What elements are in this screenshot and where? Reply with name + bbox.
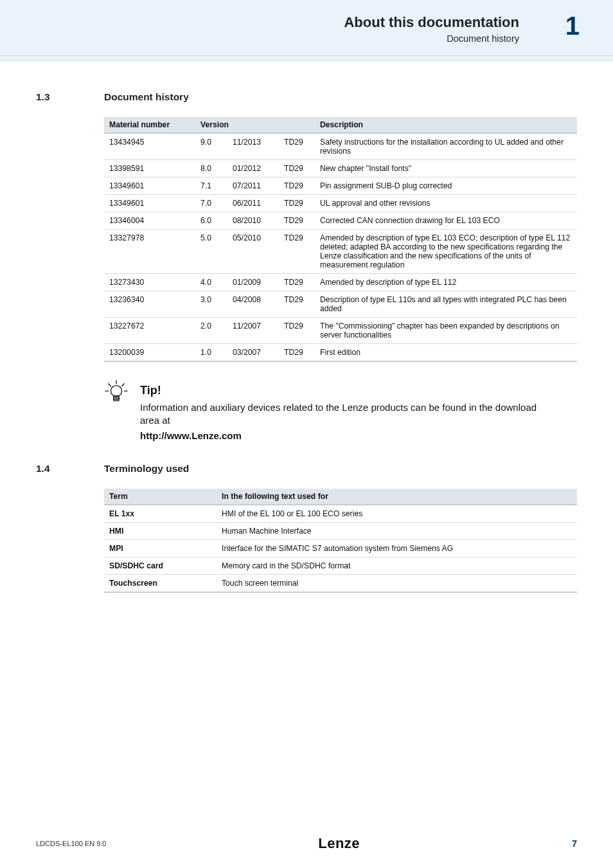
table-row: 133496017.107/2011TD29Pin assignment SUB… [104,177,577,195]
table-cell: 6.0 [195,212,227,230]
table-cell: Description of type EL 110s and all type… [315,291,577,318]
table-row: 132276722.011/2007TD29The "Commissioning… [104,318,577,344]
svg-point-5 [111,386,121,397]
table-cell: 13434945 [104,133,195,160]
table-cell: 13398591 [104,160,195,177]
section-1-3-heading: 1.3 Document history [36,91,577,103]
table-cell: 7.0 [195,195,227,212]
table-cell: The "Commissioning" chapter has been exp… [315,318,577,344]
term-cell: HMI [104,522,217,539]
term-desc-cell: Interface for the SIMATIC S7 automation … [217,539,577,557]
term-cell: SD/SDHC card [104,557,217,574]
document-history-table: Material number Version Description 1343… [104,117,577,362]
table-cell: 04/2008 [227,291,279,318]
table-cell: New chapter "Install fonts" [315,160,577,177]
term-desc-cell: HMI of the EL 100 or EL 100 ECO series [217,505,577,523]
table-cell: TD29 [279,212,315,230]
table-cell: 01/2009 [227,274,279,291]
section-title: Document history [104,91,189,103]
lenze-logo: Lenze [318,835,360,852]
table-row: 133460046.008/2010TD29Corrected CAN conn… [104,212,577,230]
table-cell: TD29 [279,344,315,362]
table-cell: 13236340 [104,291,195,318]
term-desc-cell: Touch screen terminal [217,574,577,592]
terminology-table: Term In the following text used for EL 1… [104,489,577,593]
table-row: 133279785.005/2010TD29Amended by descrip… [104,230,577,274]
svg-rect-6 [114,397,120,401]
term-cell: EL 1xx [104,505,217,523]
section-number: 1.3 [36,91,104,103]
table-cell: TD29 [279,291,315,318]
table-header-row: Material number Version Description [104,117,577,133]
table-cell: 06/2011 [227,195,279,212]
doc-section-title: About this documentation [344,14,519,31]
table-cell: 13327978 [104,230,195,274]
tip-title: Tip! [140,384,551,397]
table-cell: 05/2010 [227,230,279,274]
th-term-desc: In the following text used for [217,489,577,505]
table-cell: 13349601 [104,195,195,212]
table-cell: 07/2011 [227,177,279,195]
svg-line-2 [122,384,125,386]
table-cell: UL approval and other revisions [315,195,577,212]
table-row: TouchscreenTouch screen terminal [104,574,577,592]
table-cell: 13346004 [104,212,195,230]
table-row: HMIHuman Machine Interface [104,522,577,539]
table-row: EL 1xxHMI of the EL 100 or EL 100 ECO se… [104,505,577,523]
th-description: Description [315,117,577,133]
doc-subsection-title: Document history [447,33,519,44]
lightbulb-icon [104,380,129,404]
table-cell: 13227672 [104,318,195,344]
term-cell: MPI [104,539,217,557]
th-material: Material number [104,117,195,133]
table-row: 132363403.004/2008TD29Description of typ… [104,291,577,318]
table-cell: Amended by description of type EL 103 EC… [315,230,577,274]
table-row: SD/SDHC cardMemory card in the SD/SDHC f… [104,557,577,574]
table-cell: 03/2007 [227,344,279,362]
th-version: Version [195,117,315,133]
term-desc-cell: Memory card in the SD/SDHC format [217,557,577,574]
page-number: 7 [572,838,577,849]
tip-link: http://www.Lenze.com [140,430,551,441]
table-row: 134349459.011/2013TD29Safety instruction… [104,133,577,160]
table-row: 133496017.006/2011TD29UL approval and ot… [104,195,577,212]
page-footer: LDCDS-EL100 EN 9.0 Lenze 7 [0,836,613,851]
section-title: Terminology used [104,463,189,475]
table-cell: 4.0 [195,274,227,291]
table-cell: 3.0 [195,291,227,318]
section-1-4-heading: 1.4 Terminology used [36,463,577,475]
table-cell: 11/2007 [227,318,279,344]
table-cell: TD29 [279,195,315,212]
table-cell: Corrected CAN connection drawing for EL … [315,212,577,230]
table-cell: Safety instructions for the installation… [315,133,577,160]
tip-block: Tip! Information and auxiliary devices r… [104,380,577,441]
table-cell: 1.0 [195,344,227,362]
page-header: About this documentation Document histor… [0,0,613,62]
table-cell: Amended by description of type EL 112 [315,274,577,291]
chapter-number: 1 [565,12,580,41]
tip-body: Information and auxiliary devices relate… [140,401,551,428]
term-cell: Touchscreen [104,574,217,592]
table-cell: 9.0 [195,133,227,160]
table-cell: TD29 [279,274,315,291]
doc-id: LDCDS-EL100 EN 9.0 [36,840,106,847]
section-number: 1.4 [36,463,104,475]
table-cell: 8.0 [195,160,227,177]
table-cell: 13349601 [104,177,195,195]
th-term: Term [104,489,217,505]
table-cell: TD29 [279,133,315,160]
table-cell: 11/2013 [227,133,279,160]
table-cell: TD29 [279,160,315,177]
table-row: 132734304.001/2009TD29Amended by descrip… [104,274,577,291]
table-row: 132000391.003/2007TD29First edition [104,344,577,362]
table-cell: 5.0 [195,230,227,274]
term-desc-cell: Human Machine Interface [217,522,577,539]
table-cell: 7.1 [195,177,227,195]
table-cell: TD29 [279,230,315,274]
table-cell: 13273430 [104,274,195,291]
header-rule [0,55,613,56]
table-header-row: Term In the following text used for [104,489,577,505]
table-cell: TD29 [279,177,315,195]
table-cell: 13200039 [104,344,195,362]
table-cell: 01/2012 [227,160,279,177]
